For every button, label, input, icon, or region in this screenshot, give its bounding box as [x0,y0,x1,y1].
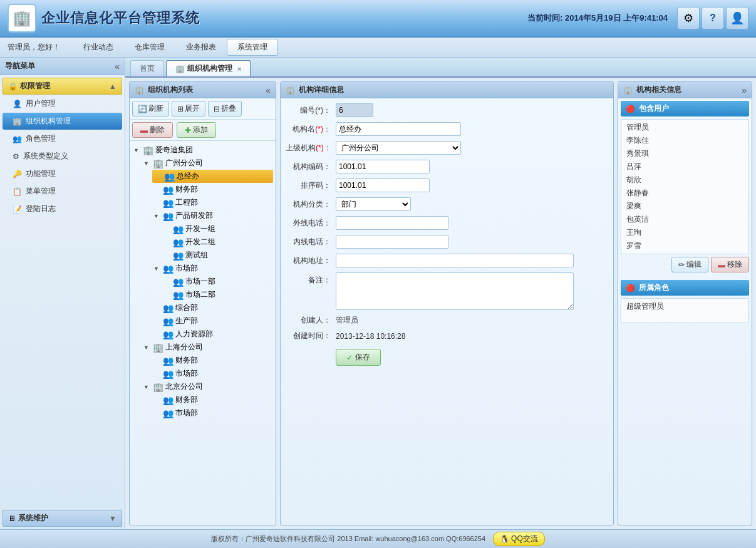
tree-item-bj[interactable]: ▼ 🏢 北京分公司 [142,380,273,393]
settings-button[interactable]: ⚙ [677,7,700,29]
tree-item-sh[interactable]: ▼ 🏢 上海分公司 [142,341,273,354]
list-item[interactable]: 罗雪 [624,239,746,252]
sidebar-item-func-label: 功能管理 [26,168,56,179]
sidebar-item-systype[interactable]: ⚙ 系统类型定义 [3,148,122,165]
current-time: 当前时间: 2014年5月19日 上午9:41:04 [527,13,668,24]
sidebar-item-func[interactable]: 🔑 功能管理 [3,165,122,182]
tree-item-bj-caiwu[interactable]: 👥 财务部 [152,393,273,406]
list-item[interactable]: 吕萍 [624,160,746,173]
bj-expand-icon[interactable]: ▼ [143,384,151,390]
dev2-label: 开发二组 [185,237,215,247]
sys-section-collapse[interactable]: ▼ [109,514,117,523]
bj-label: 北京分公司 [165,381,203,392]
root-expand-icon[interactable]: ▼ [133,147,141,153]
collapse-button[interactable]: ⊟ 折叠 [208,101,242,116]
sidebar-section-sys-header[interactable]: 🖥 系统维护 ▼ [3,510,122,527]
add-button[interactable]: ✚ 添加 [177,122,216,138]
list-item[interactable]: 梁爽 [624,200,746,213]
form-row-name: 机构名(*)： [286,122,608,136]
tree-item-root[interactable]: ▼ 🏢 爱奇迪集团 [132,143,273,157]
refresh-button[interactable]: 🔄 刷新 [132,101,169,116]
tree-item-dev1[interactable]: 👥 开发一组 [162,222,273,235]
market-gz-expand-icon[interactable]: ▼ [153,266,161,272]
users-edit-label: 编辑 [686,259,702,270]
sidebar-section-auth: 🔒 权限管理 ▲ 👤 用户管理 🏢 组织机构管理 👥 角色管理 [3,78,122,218]
order-input[interactable] [336,178,430,192]
tree-item-sh-market[interactable]: 👥 市场部 [152,367,273,380]
sidebar-section-auth-header[interactable]: 🔒 权限管理 ▲ [3,78,122,95]
expand-button[interactable]: ⊞ 展开 [172,101,205,116]
tree-item-market-gz[interactable]: ▼ 👥 市场部 [152,262,273,275]
func-menu-icon: 🔑 [13,170,22,178]
users-remove-button[interactable]: ▬ 移除 [711,257,749,272]
tree-item-gz[interactable]: ▼ 🏢 广州分公司 [142,157,273,170]
name-input[interactable] [336,122,461,136]
nav-item-system[interactable]: 系统管理 [227,39,278,56]
sidebar-item-log[interactable]: 📝 登陆日志 [3,200,122,217]
users-remove-label: 移除 [727,259,742,270]
id-input[interactable] [336,103,373,117]
tab-home[interactable]: 首页 [130,60,164,76]
user-button[interactable]: 👤 [726,7,748,29]
tree-node-sh: ▼ 🏢 上海分公司 👥 财务部 [142,341,273,380]
sidebar-item-user[interactable]: 👤 用户管理 [3,95,122,112]
tree-item-zongban[interactable]: 👥 总经办 [152,170,273,183]
related-panel-expand-icon[interactable]: » [742,85,747,95]
tree-item-rd[interactable]: ▼ 👥 产品研发部 [152,209,273,222]
nav-item-report[interactable]: 业务报表 [175,39,227,56]
list-item[interactable]: 张静春 [624,187,746,200]
nav-item-warehouse[interactable]: 仓库管理 [124,39,175,56]
type-select[interactable]: 部门 公司 分公司 [336,197,411,211]
sidebar-item-menu[interactable]: 📋 菜单管理 [3,183,122,200]
form-row-ext-phone: 外线电话： [286,216,608,230]
list-item[interactable]: 包英洁 [624,213,746,226]
remark-input[interactable] [336,272,574,310]
list-item[interactable]: 胡欣 [624,173,746,187]
rd-expand-icon[interactable]: ▼ [153,213,161,219]
nav-item-industry[interactable]: 行业动态 [73,39,124,56]
sh-expand-icon[interactable]: ▼ [143,344,151,351]
tree-item-caiwu[interactable]: 👥 财务部 [152,183,273,196]
tree-item-hr[interactable]: 👥 人力资源部 [152,328,273,341]
tree-item-market2[interactable]: 👥 市场二部 [162,288,273,301]
address-input[interactable] [336,254,574,267]
tree-item-shengchan[interactable]: 👥 生产部 [152,314,273,328]
code-input[interactable] [336,160,430,173]
gz-expand-icon[interactable]: ▼ [143,160,151,167]
tab-org[interactable]: 🏢 组织机构管理 × [166,60,251,76]
list-item[interactable]: 秀景琪 [624,147,746,160]
int-phone-input[interactable] [336,235,448,249]
help-button[interactable]: ? [702,7,724,29]
tab-org-close[interactable]: × [237,65,241,73]
root-org-icon: 🏢 [143,145,153,155]
qq-button[interactable]: 🐧 QQ交流 [493,532,545,546]
list-item[interactable]: 王珣 [624,226,746,239]
tree-item-market1[interactable]: 👥 市场一部 [162,275,273,288]
tree-node-market-gz: ▼ 👥 市场部 👥 市场一部 [152,262,273,301]
auth-section-collapse[interactable]: ▲ [109,82,117,91]
list-item[interactable]: 管理员 [624,121,746,134]
gz-icon: 🏢 [153,158,163,168]
save-button[interactable]: ✓ 保存 [336,349,381,366]
org-panel-collapse-icon[interactable]: « [266,85,271,95]
users-edit-button[interactable]: ✏ 编辑 [671,257,708,272]
tree-item-dev2[interactable]: 👥 开发二组 [162,235,273,249]
sh-label: 上海分公司 [165,342,203,353]
tree-item-test[interactable]: 👥 测试组 [162,249,273,262]
tree-item-bj-market[interactable]: 👥 市场部 [152,406,273,420]
type-label: 机构分类： [286,199,336,210]
sidebar-item-role[interactable]: 👥 角色管理 [3,130,122,147]
tree-item-zonghe[interactable]: 👥 综合部 [152,301,273,314]
list-item[interactable]: 超级管理员 [624,300,746,313]
parent-select[interactable]: 广州分公司 [336,141,461,155]
users-section-label: 包含用户 [639,103,669,114]
tree-item-gongcheng[interactable]: 👥 工程部 [152,196,273,209]
sidebar-collapse-icon[interactable]: « [115,61,120,71]
sidebar-item-org[interactable]: 🏢 组织机构管理 [3,113,122,130]
tree-item-sh-caiwu[interactable]: 👥 财务部 [152,354,273,367]
delete-button[interactable]: ▬ 删除 [132,122,173,138]
tree-children-root: ▼ 🏢 广州分公司 👥 总经办 [132,157,273,420]
tab-org-icon: 🏢 [175,65,185,73]
ext-phone-input[interactable] [336,216,448,230]
list-item[interactable]: 李陈佳 [624,134,746,147]
